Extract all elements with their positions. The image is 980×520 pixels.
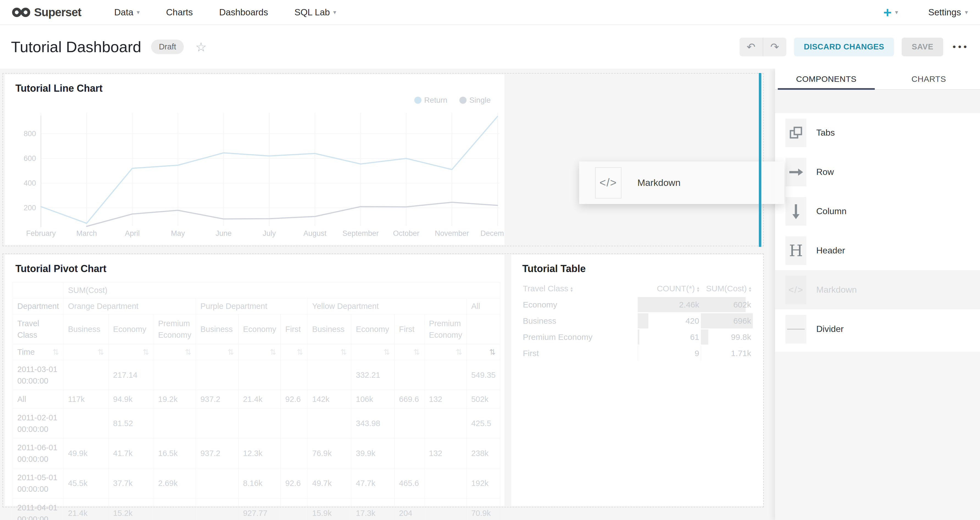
settings-menu[interactable]: Settings ▾ — [928, 7, 968, 17]
sidebar-item-label: Header — [816, 246, 845, 255]
sidebar-item-column[interactable]: Column — [775, 192, 980, 231]
cell-value: 696k — [733, 316, 751, 325]
chevron-down-icon: ▾ — [137, 9, 140, 16]
sidebar-tabs: COMPONENTSCHARTS — [775, 69, 980, 90]
sidebar-item-label: Markdown — [816, 285, 857, 295]
markdown-code-icon: </> — [595, 167, 622, 198]
more-options-button[interactable]: ••• — [951, 41, 969, 52]
tabs-icon — [786, 119, 807, 147]
cell-value: 602k — [733, 300, 751, 309]
nav-menu: Data▾ChartsDashboardsSQL Lab▾ — [114, 7, 336, 17]
sidebar-item-header[interactable]: HHeader — [775, 231, 980, 270]
divider-icon — [786, 315, 807, 344]
page-title[interactable]: Tutorial Dashboard — [11, 38, 141, 56]
header-icon: H — [786, 236, 807, 265]
nav-item-label: Charts — [166, 7, 193, 17]
draft-badge: Draft — [151, 40, 184, 54]
cell-value: 1.71k — [731, 349, 751, 358]
plus-icon: + — [883, 5, 891, 19]
markdown-code-icon: </> — [786, 276, 807, 304]
tab-components[interactable]: COMPONENTS — [775, 69, 878, 89]
nav-item-label: Data — [114, 7, 134, 17]
superset-logo[interactable]: Superset — [12, 6, 81, 19]
chevron-down-icon: ▾ — [965, 9, 968, 16]
save-button[interactable]: SAVE — [902, 38, 943, 56]
dashboard-row-2 — [2, 254, 764, 507]
chevron-down-icon: ▾ — [333, 9, 336, 16]
nav-item-label: SQL Lab — [294, 7, 330, 17]
nav-item-label: Dashboards — [219, 7, 268, 17]
redo-button[interactable]: ↷ — [763, 38, 786, 56]
discard-changes-button[interactable]: DISCARD CHANGES — [794, 38, 894, 56]
undo-button[interactable]: ↶ — [740, 38, 763, 56]
sidebar-item-markdown[interactable]: </>Markdown — [775, 270, 980, 309]
component-list: TabsRowColumnHHeader</>MarkdownDivider — [775, 113, 980, 349]
dragged-markdown-card[interactable]: </> Markdown — [579, 162, 784, 204]
builder-sidebar: COMPONENTSCHARTS TabsRowColumnHHeader</>… — [775, 69, 980, 520]
cell-value: 99.8k — [731, 333, 751, 342]
cell-value: 420 — [686, 316, 699, 325]
nav-item-charts[interactable]: Charts — [166, 7, 193, 17]
dashboard-row-1 — [2, 73, 764, 246]
favorite-star-icon[interactable]: ☆ — [195, 40, 207, 54]
sidebar-item-label: Row — [816, 167, 834, 177]
settings-label: Settings — [928, 7, 961, 17]
top-navbar: Superset Data▾ChartsDashboardsSQL Lab▾ +… — [0, 0, 980, 25]
sidebar-item-label: Column — [816, 206, 846, 216]
row-arrow-icon — [786, 158, 807, 186]
nav-item-dashboards[interactable]: Dashboards — [219, 7, 268, 17]
redo-icon: ↷ — [770, 41, 779, 53]
sidebar-item-tabs[interactable]: Tabs — [775, 113, 980, 152]
drop-indicator-line — [759, 73, 761, 247]
sidebar-tab-strip — [775, 90, 980, 113]
sidebar-item-label: Divider — [816, 324, 844, 334]
column-arrow-icon — [786, 197, 807, 226]
undo-icon: ↶ — [747, 41, 756, 53]
dashboard-header: Tutorial Dashboard Draft ☆ ↶ ↷ DISCARD C… — [0, 25, 980, 69]
new-item-button[interactable]: + ▾ — [883, 5, 898, 19]
nav-item-sql-lab[interactable]: SQL Lab▾ — [294, 7, 336, 17]
tab-charts[interactable]: CHARTS — [878, 69, 980, 89]
sidebar-item-row[interactable]: Row — [775, 152, 980, 192]
sidebar-item-label: Tabs — [816, 128, 835, 138]
cell-value: 2.46k — [679, 300, 699, 309]
brand-name: Superset — [34, 6, 81, 19]
cell-value: 9 — [695, 349, 699, 358]
cell-value: 61 — [690, 333, 699, 342]
dragged-card-label: Markdown — [637, 178, 681, 188]
chevron-down-icon: ▾ — [895, 9, 898, 16]
sidebar-item-divider[interactable]: Divider — [775, 309, 980, 349]
superset-infinity-icon — [12, 6, 30, 19]
nav-item-data[interactable]: Data▾ — [114, 7, 140, 17]
